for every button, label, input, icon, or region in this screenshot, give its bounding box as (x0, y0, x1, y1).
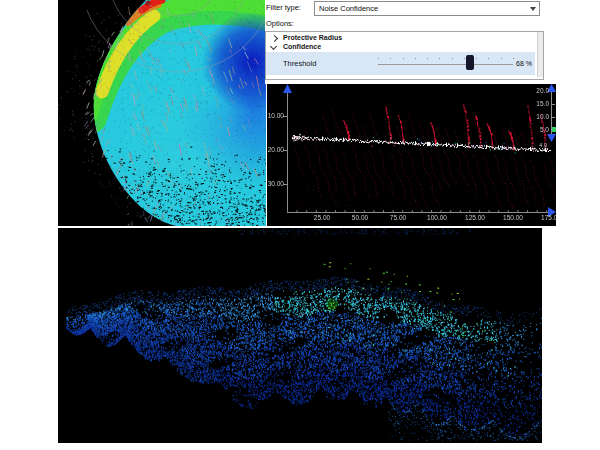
seafloor-3d-view[interactable] (58, 228, 542, 443)
right-scale-bottom-label: 4.0 (527, 142, 547, 148)
section-label: Confidence (283, 43, 321, 50)
chevron-right-icon (271, 35, 278, 42)
threshold-row: Threshold 68 % (266, 52, 535, 75)
right-scale-tick-label: 20.0 (529, 87, 549, 94)
x-tick-label: 75.00 (384, 214, 412, 221)
filter-type-label: Filter type: (266, 3, 301, 12)
chevron-down-icon (270, 43, 277, 50)
swath-3d-view[interactable] (58, 0, 266, 226)
slider-handle[interactable] (466, 55, 474, 70)
filter-panel: Filter type: Noise Confidence Options: P… (265, 0, 600, 84)
y-tick-label: 20.00 (267, 146, 284, 153)
swath-3d-canvas[interactable] (58, 0, 266, 226)
x-tick-label: 50.00 (346, 214, 374, 221)
x-tick-label: 150.00 (499, 214, 527, 221)
y-tick-label: 30.00 (267, 180, 284, 187)
options-scrollbar[interactable] (537, 32, 543, 77)
seafloor-3d-canvas[interactable] (58, 228, 542, 443)
x-tick-label: 25.00 (308, 214, 336, 221)
x-tick-label: 175.00 (537, 214, 556, 221)
filter-type-value: Noise Confidence (319, 4, 378, 13)
threshold-label: Threshold (283, 59, 316, 68)
right-scale-tick-label: 10.0 (529, 113, 549, 120)
application-window: Filter type: Noise Confidence Options: P… (0, 0, 600, 450)
section-label: Protective Radius (283, 34, 342, 41)
filter-type-dropdown[interactable]: Noise Confidence (314, 1, 540, 16)
right-scale-tick-label: 15.0 (529, 100, 549, 107)
options-box: Protective Radius Confidence Threshold 6… (265, 31, 544, 80)
options-label: Options: (266, 19, 294, 28)
x-tick-label: 125.00 (461, 214, 489, 221)
slider-track[interactable] (378, 64, 513, 65)
threshold-slider[interactable] (378, 52, 513, 75)
right-scale-tick-label: 5.0 (529, 126, 549, 133)
y-tick-label: 10.00 (267, 112, 284, 119)
dropdown-arrow-icon (530, 7, 536, 11)
slice-plot-canvas[interactable] (267, 84, 556, 226)
slice-plot[interactable]: 25.0050.0075.00100.00125.00150.00175.001… (267, 84, 556, 226)
x-tick-label: 100.00 (423, 214, 451, 221)
threshold-value: 68 % (516, 60, 532, 67)
